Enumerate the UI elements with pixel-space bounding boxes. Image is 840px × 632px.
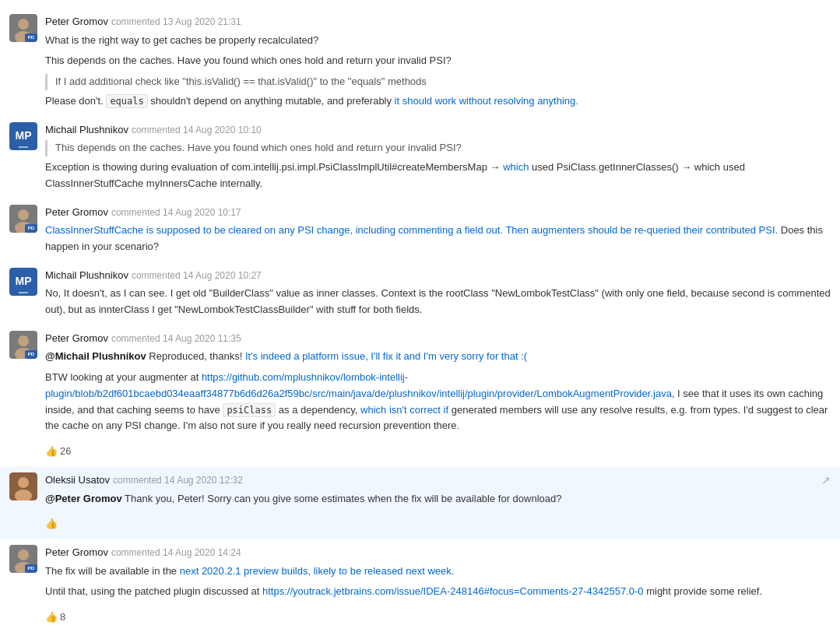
reaction-emoji: 👍 (45, 444, 58, 460)
comments-container: PDPeter Gromovcommented 13 Aug 2020 21:3… (0, 0, 840, 632)
reaction-emoji: 👍 (45, 516, 58, 532)
comment-timestamp: commented 14 Aug 2020 10:10 (132, 123, 262, 137)
comment-timestamp: commented 14 Aug 2020 12:32 (113, 473, 243, 487)
comment-text-mixed: @Peter Gromov Thank you, Peter! Sorry ca… (45, 491, 831, 507)
comment-body: @Michail Plushnikov Reproduced, thanks! … (45, 349, 831, 460)
comment-body: No, It doesn't, as I can see. I get old … (45, 286, 831, 318)
comment-content: Peter Gromovcommented 14 Aug 2020 11:35@… (45, 331, 831, 460)
comment-block: MPMichail Plushnikovcommented 14 Aug 202… (0, 116, 840, 198)
comment-text: No, It doesn't, as I can see. I get old … (45, 286, 831, 318)
comment-text-mixed: @Michail Plushnikov Reproduced, thanks! … (45, 349, 831, 365)
comment-body: What is the right way to get caches be p… (45, 33, 831, 110)
author-name: Oleksii Usatov (45, 472, 110, 488)
edit-icon[interactable]: ↗ (821, 472, 831, 489)
author-name: Peter Gromov (45, 331, 108, 346)
comment-block: PDPeter Gromovcommented 13 Aug 2020 21:3… (0, 8, 840, 116)
reaction-count: 8 (60, 609, 65, 626)
comment-text-mixed: BTW looking at your augmenter at https:/… (45, 370, 831, 434)
comment-body: The fix will be available in the next 20… (45, 564, 831, 626)
text-plain: The fix will be available in the (45, 565, 180, 577)
avatar: PD (9, 331, 37, 359)
reaction[interactable]: 👍8 (45, 609, 65, 626)
comment-body: ClassInnerStuffCache is supposed to be c… (45, 223, 831, 255)
comment-header: Peter Gromovcommented 14 Aug 2020 10:17 (45, 205, 831, 220)
text-plain: BTW looking at your augmenter at (45, 371, 202, 383)
blockquote: This depends on the caches. Have you fou… (45, 140, 831, 156)
comment-header: Peter Gromovcommented 13 Aug 2020 21:31 (45, 14, 831, 30)
reaction[interactable]: 👍 (45, 516, 58, 532)
comment-text-mixed: Please don't. equals shouldn't depend on… (45, 93, 831, 110)
text-plain: as a dependency, (276, 404, 360, 416)
text-highlight: it should work without resolving anythin… (395, 95, 578, 107)
author-name: Peter Gromov (45, 545, 108, 560)
text-plain: might provide some relief. (644, 585, 762, 597)
comment-text-mixed: Until that, using the patched plugin dis… (45, 584, 831, 600)
text-highlight: which (503, 161, 529, 173)
text-plain: shouldn't depend on anything mutable, an… (148, 95, 395, 107)
text-plain: Please don't. (45, 95, 106, 107)
comment-text: This depends on the caches. Have you fou… (45, 53, 831, 69)
comment-text: What is the right way to get caches be p… (45, 33, 831, 49)
comment-block: PDPeter Gromovcommented 14 Aug 2020 10:1… (0, 198, 840, 262)
comment-block: PDPeter Gromovcommented 14 Aug 2020 14:2… (0, 539, 840, 632)
comment-header: Michail Plushnikovcommented 14 Aug 2020 … (45, 268, 831, 283)
svg-point-9 (18, 335, 29, 346)
comment-content: Peter Gromovcommented 14 Aug 2020 10:17C… (45, 205, 831, 255)
comment-timestamp: commented 14 Aug 2020 10:27 (132, 269, 262, 283)
author-name: Michail Plushnikov (45, 268, 128, 283)
avatar: MP (9, 122, 37, 150)
code-inline: equals (106, 94, 147, 108)
comment-content: Michail Plushnikovcommented 14 Aug 2020 … (45, 268, 831, 318)
svg-point-13 (18, 477, 29, 488)
text-plain: used PsiClass.getInnerClasses() → (529, 161, 694, 173)
reaction[interactable]: 👍26 (45, 444, 71, 460)
mention: @Michail Plushnikov (45, 350, 146, 362)
text-plain: Exception is thowing during evaluation o… (45, 161, 503, 173)
comment-body: This depends on the caches. Have you fou… (45, 140, 831, 191)
avatar: MP (9, 268, 37, 296)
comment-block: MPMichail Plushnikovcommented 14 Aug 202… (0, 262, 840, 325)
comment-header: Peter Gromovcommented 14 Aug 2020 14:24 (45, 545, 831, 560)
comment-timestamp: commented 14 Aug 2020 10:17 (111, 205, 241, 219)
author-name: Michail Plushnikov (45, 122, 128, 138)
link[interactable]: https://youtrack.jetbrains.com/issue/IDE… (262, 585, 644, 597)
text-plain: which (694, 161, 720, 173)
comment-content: Peter Gromovcommented 14 Aug 2020 14:24T… (45, 545, 831, 626)
comment-timestamp: commented 14 Aug 2020 11:35 (111, 332, 241, 346)
text-highlight: which isn't correct if (360, 404, 448, 416)
author-name: Peter Gromov (45, 205, 108, 220)
text-plain: Reproduced, thanks! (146, 350, 245, 362)
comment-text-mixed: The fix will be available in the next 20… (45, 564, 831, 580)
svg-point-5 (18, 209, 29, 220)
avatar (9, 472, 37, 500)
blockquote: If I add additional check like "this.isV… (45, 74, 831, 90)
reaction-count: 26 (60, 444, 71, 460)
text-highlight: next 2020.2.1 preview builds, likely to … (180, 565, 455, 577)
svg-point-16 (18, 549, 29, 560)
comment-block: PDPeter Gromovcommented 14 Aug 2020 11:3… (0, 325, 840, 466)
author-name: Peter Gromov (45, 14, 108, 30)
comment-header: Peter Gromovcommented 14 Aug 2020 11:35 (45, 331, 831, 346)
svg-point-1 (18, 19, 29, 30)
mention: @Peter Gromov (45, 493, 122, 504)
comment-timestamp: commented 13 Aug 2020 21:31 (111, 15, 241, 29)
comment-body: @Peter Gromov Thank you, Peter! Sorry ca… (45, 491, 831, 533)
comment-text-mixed: Exception is thowing during evaluation o… (45, 160, 831, 192)
text-plain: Thank you, Peter! Sorry can you give som… (122, 493, 562, 504)
comment-text-mixed: ClassInnerStuffCache is supposed to be c… (45, 223, 831, 255)
avatar: PD (9, 545, 37, 573)
comment-content: Oleksii Usatovcommented 14 Aug 2020 12:3… (45, 472, 831, 532)
comment-content: Michail Plushnikovcommented 14 Aug 2020 … (45, 122, 831, 192)
text-plain: Until that, using the patched plugin dis… (45, 585, 262, 597)
comment-content: Peter Gromovcommented 13 Aug 2020 21:31W… (45, 14, 831, 110)
code-inline: psiClass (223, 403, 276, 417)
text-highlight: It's indeed a platform issue, I'll fix i… (245, 350, 527, 362)
avatar: PD (9, 14, 37, 42)
text-highlight: ClassInnerStuffCache is supposed to be c… (45, 224, 778, 236)
reaction-emoji: 👍 (45, 609, 58, 626)
comment-header: Oleksii Usatovcommented 14 Aug 2020 12:3… (45, 472, 831, 488)
avatar: PD (9, 205, 37, 233)
comment-header: Michail Plushnikovcommented 14 Aug 2020 … (45, 122, 831, 138)
comment-block: Oleksii Usatovcommented 14 Aug 2020 12:3… (0, 466, 840, 539)
comment-timestamp: commented 14 Aug 2020 14:24 (111, 546, 241, 560)
